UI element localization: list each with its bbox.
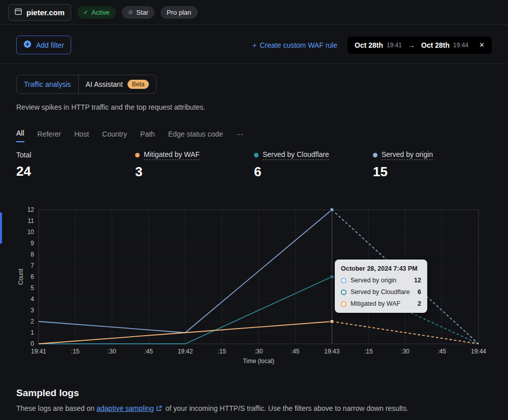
- svg-text:0: 0: [30, 340, 34, 347]
- attrtab-country[interactable]: Country: [102, 130, 127, 142]
- svg-text:19:41: 19:41: [31, 348, 46, 355]
- cloudflare-stat-label[interactable]: Served by Cloudflare: [254, 150, 329, 160]
- attrtab-all[interactable]: All: [16, 129, 24, 142]
- create-waf-rule-link[interactable]: + Create custom WAF rule: [252, 41, 337, 49]
- external-link-icon: [156, 405, 162, 413]
- waf-ring-icon: [341, 301, 346, 307]
- origin-dot-icon: [373, 153, 377, 157]
- svg-text:9: 9: [30, 240, 34, 247]
- attrtab-referer[interactable]: Referer: [38, 130, 61, 142]
- waf-stat-label[interactable]: Mitigated by WAF: [135, 150, 200, 160]
- stat-mitigated-by-waf: Mitigated by WAF 3: [135, 150, 254, 180]
- svg-text:3: 3: [30, 307, 34, 314]
- svg-text:10: 10: [27, 229, 35, 236]
- sampled-logs-section: Sampled logs These logs are based on ada…: [0, 365, 508, 413]
- origin-ring-icon: [341, 278, 346, 283]
- more-tabs-button[interactable]: ⋯: [236, 130, 244, 142]
- cloudflare-dot-icon: [254, 153, 259, 157]
- svg-text:4: 4: [30, 296, 34, 303]
- stat-served-by-origin: Served by origin 15: [373, 150, 492, 180]
- end-time: 19:44: [453, 42, 468, 49]
- cloudflare-ring-icon: [341, 289, 346, 295]
- origin-stat-value: 15: [373, 164, 492, 180]
- svg-text::30: :30: [401, 348, 409, 355]
- svg-text::30: :30: [108, 348, 116, 355]
- start-time: 19:41: [387, 42, 402, 49]
- tab-traffic-analysis[interactable]: Traffic analysis: [17, 75, 78, 93]
- cloudflare-stat-value: 6: [254, 164, 373, 180]
- check-icon: ✓: [83, 9, 88, 16]
- svg-text:19:44: 19:44: [471, 348, 486, 355]
- plan-badge: Pro plan: [161, 6, 197, 19]
- waf-stat-value: 3: [135, 164, 254, 180]
- beta-badge: Beta: [128, 80, 149, 89]
- left-edge-indicator: [0, 212, 2, 244]
- sampled-logs-title: Sampled logs: [16, 387, 492, 399]
- domain-name: pieter.com: [26, 8, 65, 17]
- svg-text::15: :15: [364, 348, 373, 355]
- stat-served-by-cloudflare: Served by Cloudflare 6: [254, 150, 373, 180]
- plus-icon: +: [252, 41, 257, 49]
- svg-text:12: 12: [27, 206, 35, 213]
- top-bar: pieter.com ✓ Active ☆ Star Pro plan: [0, 0, 508, 25]
- tab-ai-assistant[interactable]: AI Assistant Beta: [78, 75, 156, 93]
- svg-text:7: 7: [30, 262, 34, 269]
- tooltip-row-cloudflare: Served by Cloudflare 6: [341, 288, 421, 296]
- sampled-logs-description: These logs are based on adaptive samplin…: [16, 404, 492, 413]
- add-filter-button[interactable]: Add filter: [16, 36, 71, 54]
- plus-circle-icon: [23, 40, 31, 50]
- svg-text:19:42: 19:42: [178, 348, 193, 355]
- attrtab-host[interactable]: Host: [74, 130, 89, 142]
- star-icon: ☆: [128, 9, 134, 16]
- date-range-picker[interactable]: Oct 28th 19:41 → Oct 28th 19:44 ✕: [347, 37, 492, 54]
- tooltip-row-waf: Mitigated by WAF 2: [341, 300, 421, 307]
- svg-text:19:43: 19:43: [324, 348, 339, 355]
- svg-text::45: :45: [437, 348, 446, 355]
- origin-stat-label[interactable]: Served by origin: [373, 150, 433, 160]
- traffic-chart-area: 012345678910111219:41:15:30:4519:42:15:3…: [16, 204, 492, 365]
- total-value: 24: [16, 164, 135, 179]
- close-icon[interactable]: ✕: [479, 41, 485, 49]
- svg-text::45: :45: [291, 348, 300, 355]
- filter-bar: Add filter + Create custom WAF rule Oct …: [0, 25, 508, 64]
- waf-dot-icon: [135, 153, 140, 157]
- stats-row: Total 24 Mitigated by WAF 3 Served by Cl…: [16, 150, 492, 180]
- star-button[interactable]: ☆ Star: [122, 6, 155, 19]
- total-label: Total: [16, 151, 31, 159]
- tooltip-title: October 28, 2024 7:43 PM: [341, 265, 421, 272]
- attrtab-path[interactable]: Path: [140, 130, 155, 142]
- svg-text::15: :15: [217, 348, 226, 355]
- site-icon: [15, 8, 22, 17]
- svg-text:2: 2: [30, 318, 34, 325]
- domain-selector[interactable]: pieter.com: [8, 4, 71, 21]
- adaptive-sampling-link[interactable]: adaptive sampling: [97, 404, 154, 412]
- svg-text:1: 1: [30, 329, 34, 336]
- main-content: Traffic analysis AI Assistant Beta Revie…: [0, 64, 508, 365]
- svg-text:Count: Count: [17, 268, 24, 285]
- svg-text::15: :15: [71, 348, 80, 355]
- section-description: Review spikes in HTTP traffic and the to…: [16, 103, 492, 111]
- attribute-tabs: All Referer Host Country Path Edge statu…: [16, 129, 492, 142]
- svg-text::45: :45: [144, 348, 153, 355]
- svg-text:Time (local): Time (local): [243, 358, 274, 365]
- start-date: Oct 28th: [355, 41, 383, 49]
- arrow-right-icon: →: [408, 41, 415, 49]
- stat-total: Total 24: [16, 150, 135, 180]
- filter-bar-right: + Create custom WAF rule Oct 28th 19:41 …: [252, 37, 492, 54]
- tooltip-row-origin: Served by origin 12: [341, 277, 421, 284]
- svg-text:11: 11: [28, 217, 35, 224]
- status-badge: ✓ Active: [77, 6, 115, 19]
- svg-text::30: :30: [255, 348, 263, 355]
- end-date: Oct 28th: [421, 41, 450, 49]
- svg-text:5: 5: [30, 284, 34, 292]
- svg-text:8: 8: [30, 251, 34, 258]
- attrtab-edge-status-code[interactable]: Edge status code: [168, 130, 223, 142]
- chart-tooltip: October 28, 2024 7:43 PM Served by origi…: [335, 260, 427, 313]
- analysis-tabbar: Traffic analysis AI Assistant Beta: [16, 75, 156, 94]
- svg-text:6: 6: [30, 273, 34, 280]
